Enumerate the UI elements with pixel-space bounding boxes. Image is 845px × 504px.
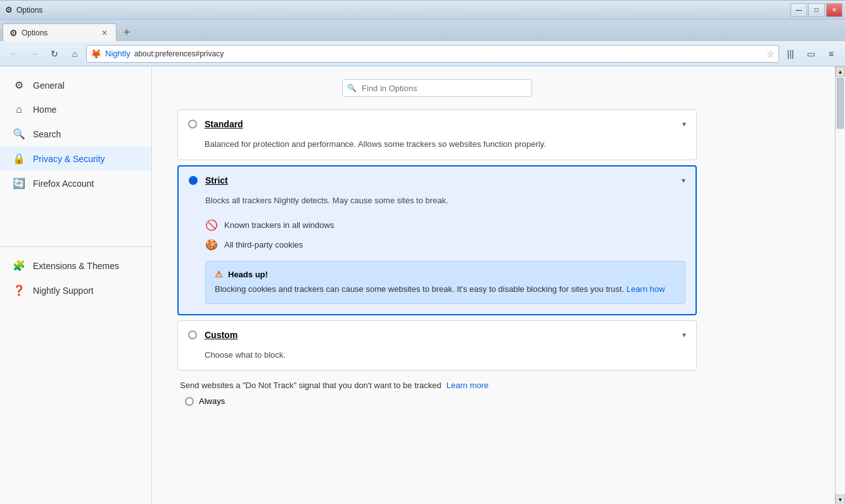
tab-label: Options (22, 28, 96, 37)
heads-up-text-content: Blocking cookies and trackers can cause … (215, 284, 624, 294)
sidebar-item-search[interactable]: 🔍 Search (0, 122, 151, 146)
browser-name: Nightly (105, 49, 130, 58)
forward-button[interactable]: → (25, 45, 43, 63)
bookmark-star-icon[interactable]: ☆ (766, 49, 775, 59)
dnt-label: Send websites a "Do Not Track" signal th… (180, 381, 442, 390)
find-search-icon: 🔍 (347, 84, 357, 92)
warning-triangle-icon: ⚠ (215, 269, 223, 279)
dnt-section: Send websites a "Do Not Track" signal th… (177, 381, 697, 406)
options-tab[interactable]: ⚙ Options ✕ (3, 23, 117, 41)
heads-up-title: ⚠ Heads up! (215, 269, 676, 279)
standard-option-description: Balanced for protection and performance.… (178, 138, 696, 160)
new-tab-button[interactable]: + (118, 23, 136, 41)
sidebar-item-home[interactable]: ⌂ Home (0, 98, 151, 122)
content-area: 🔍 Standard ▾ Balanced for protection and… (152, 66, 835, 504)
url-input[interactable] (134, 49, 763, 58)
scrollbar-track (835, 130, 845, 495)
sidebar: ⚙ General ⌂ Home 🔍 Search 🔒 Privacy & Se… (0, 66, 152, 504)
menu-button[interactable]: ≡ (822, 45, 840, 63)
maximize-button[interactable]: □ (808, 3, 825, 17)
close-button[interactable]: ✕ (826, 3, 842, 17)
address-bar: 🦊 Nightly ☆ (86, 45, 779, 63)
support-icon: ❓ (13, 284, 25, 296)
strict-option-description: Blocks all trackers Nightly detects. May… (179, 194, 696, 216)
strict-cookies-item: 🍪 All third-party cookies (205, 235, 685, 255)
reload-button[interactable]: ↻ (46, 45, 63, 63)
sidebar-label-support: Nightly Support (33, 286, 94, 296)
scrollbar-thumb[interactable] (837, 78, 844, 129)
sidebar-bottom: 🧩 Extensions & Themes ❓ Nightly Support (0, 246, 151, 303)
heads-up-learn-link[interactable]: Learn how (626, 284, 665, 294)
minimize-button[interactable]: — (791, 3, 807, 17)
find-input-wrapper: 🔍 (342, 79, 532, 97)
strict-trackers-item: 🚫 Known trackers in all windows (205, 215, 685, 235)
custom-option-title: Custom (205, 330, 675, 340)
search-icon: 🔍 (13, 128, 25, 140)
dnt-row: Send websites a "Do Not Track" signal th… (180, 381, 694, 390)
standard-option-header[interactable]: Standard ▾ (178, 110, 696, 138)
sidebar-label-account: Firefox Account (33, 179, 94, 189)
extensions-icon: 🧩 (13, 260, 25, 272)
strict-trackers-label: Known trackers in all windows (224, 220, 334, 230)
strict-option-panel: Strict ▾ Blocks all trackers Nightly det… (177, 165, 697, 315)
standard-option-panel: Standard ▾ Balanced for protection and p… (177, 110, 697, 160)
back-button[interactable]: ← (5, 45, 23, 63)
strict-content: 🚫 Known trackers in all windows 🍪 All th… (179, 215, 696, 314)
scrollbar-down-arrow[interactable]: ▼ (835, 495, 845, 504)
dnt-always-radio[interactable] (185, 397, 194, 406)
sidebar-item-privacy[interactable]: 🔒 Privacy & Security (0, 146, 151, 171)
tab-bar: ⚙ Options ✕ + (0, 20, 845, 41)
cookie-block-icon: 🍪 (205, 239, 218, 251)
dnt-learn-more-link[interactable]: Learn more (447, 381, 488, 390)
privacy-lock-icon: 🔒 (13, 153, 25, 165)
sidebar-item-general[interactable]: ⚙ General (0, 73, 151, 98)
scrollbar-up-arrow[interactable]: ▲ (835, 66, 845, 77)
home-icon: ⌂ (13, 104, 25, 115)
custom-option-panel: Custom ▾ Choose what to block. (177, 320, 697, 371)
dnt-always-label: Always (199, 396, 225, 406)
sidebar-toggle-button[interactable]: ▭ (802, 45, 820, 63)
strict-option-header[interactable]: Strict ▾ (179, 167, 696, 194)
custom-radio-button[interactable] (188, 331, 197, 339)
firefox-logo-icon: 🦊 (91, 49, 101, 59)
window-scrollbar: ▲ ▼ (835, 66, 845, 504)
window-controls: — □ ✕ (791, 3, 842, 17)
window-title: Options (16, 6, 42, 15)
home-button[interactable]: ⌂ (66, 45, 84, 63)
strict-option-title: Strict (205, 175, 674, 186)
standard-radio-button[interactable] (188, 120, 197, 129)
sidebar-label-extensions: Extensions & Themes (33, 261, 119, 271)
strict-radio-button[interactable] (189, 176, 198, 185)
tab-gear-icon: ⚙ (10, 28, 18, 38)
find-options-input[interactable] (342, 79, 532, 97)
sidebar-item-support[interactable]: ❓ Nightly Support (0, 278, 151, 303)
nav-right-controls: ||| ▭ ≡ (782, 45, 840, 63)
standard-option-title: Standard (205, 119, 675, 129)
custom-option-description: Choose what to block. (178, 349, 696, 370)
sidebar-label-privacy: Privacy & Security (33, 154, 105, 164)
sidebar-item-extensions[interactable]: 🧩 Extensions & Themes (0, 253, 151, 278)
heads-up-body: Blocking cookies and trackers can cause … (215, 283, 676, 296)
tracker-block-icon: 🚫 (205, 219, 218, 231)
sidebar-label-general: General (33, 80, 65, 91)
tab-close-button[interactable]: ✕ (99, 28, 110, 38)
sidebar-item-firefox-account[interactable]: 🔄 Firefox Account (0, 171, 151, 196)
heads-up-heading: Heads up! (228, 270, 268, 279)
nav-bar: ← → ↻ ⌂ 🦊 Nightly ☆ ||| ▭ ≡ (0, 41, 845, 66)
strict-cookies-label: All third-party cookies (224, 240, 303, 249)
sidebar-label-home: Home (33, 104, 56, 115)
custom-option-header[interactable]: Custom ▾ (178, 321, 696, 349)
sidebar-label-search: Search (33, 129, 61, 139)
standard-chevron-icon: ▾ (682, 120, 686, 129)
account-sync-icon: 🔄 (13, 177, 25, 189)
strict-chevron-icon: ▾ (682, 176, 685, 185)
custom-chevron-icon: ▾ (682, 331, 686, 339)
general-icon: ⚙ (13, 79, 25, 91)
dnt-always-option[interactable]: Always (180, 396, 694, 406)
find-bar: 🔍 (177, 79, 697, 97)
options-gear-icon: ⚙ (5, 5, 13, 15)
heads-up-warning-box: ⚠ Heads up! Blocking cookies and tracker… (205, 261, 685, 304)
bookmarks-button[interactable]: ||| (782, 45, 799, 63)
